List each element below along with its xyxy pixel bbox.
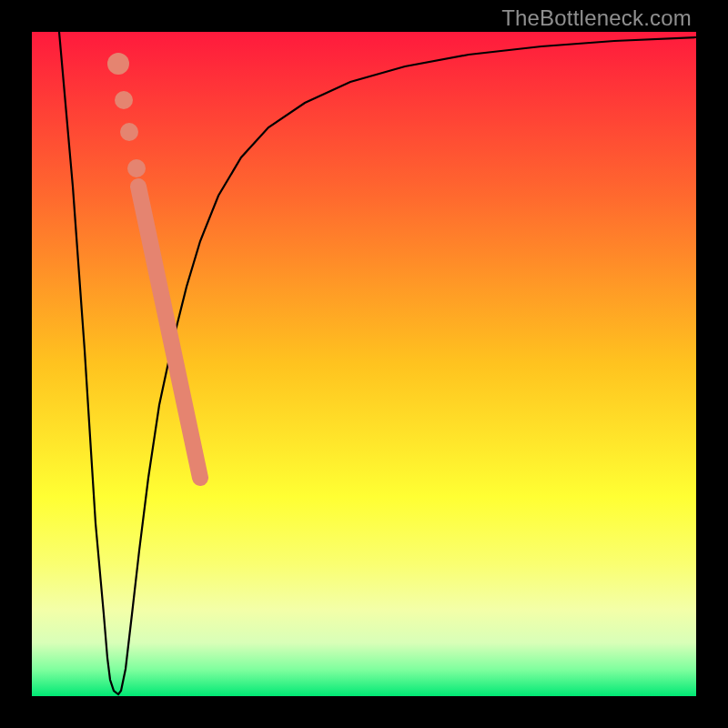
chart-frame: TheBottleneck.com (0, 0, 728, 728)
highlight-dot (115, 91, 133, 109)
highlight-dot (107, 53, 129, 75)
bottleneck-curve (59, 32, 696, 694)
highlight-dot (127, 159, 146, 177)
highlight-markers (107, 53, 200, 478)
chart-svg (32, 32, 696, 696)
watermark-text: TheBottleneck.com (501, 5, 692, 31)
highlight-dot (120, 123, 138, 141)
highlight-segment (138, 187, 200, 478)
plot-area (32, 32, 696, 696)
